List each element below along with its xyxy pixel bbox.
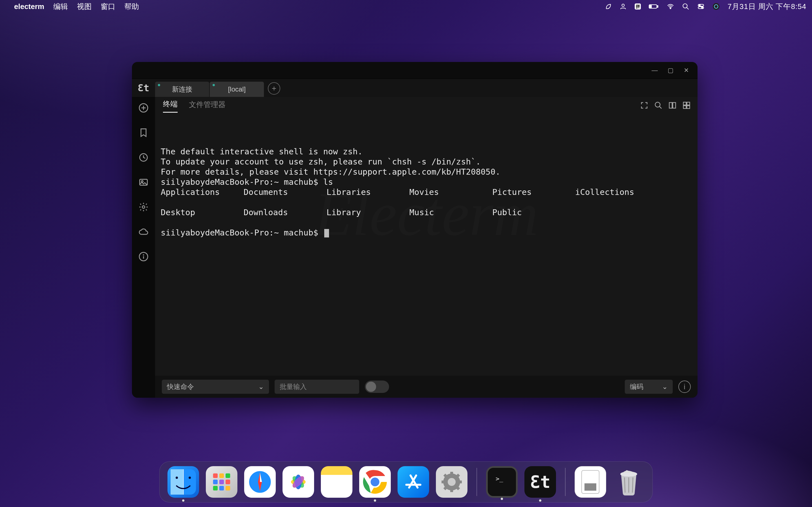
battery-icon[interactable] — [649, 3, 659, 10]
menu-view[interactable]: 视图 — [77, 2, 92, 11]
main-panel: 终端 文件管理器 Electerm The default interactiv… — [155, 97, 698, 398]
dock-separator — [476, 468, 477, 496]
batch-toggle[interactable] — [365, 381, 389, 393]
new-session-icon[interactable] — [138, 102, 149, 114]
svg-line-8 — [687, 7, 689, 9]
settings-icon[interactable] — [138, 201, 149, 213]
cursor-icon — [324, 229, 329, 237]
menu-edit[interactable]: 编辑 — [53, 2, 68, 11]
subtab-file-manager[interactable]: 文件管理器 — [189, 100, 225, 112]
dock-electerm[interactable]: Ɛt — [524, 466, 556, 498]
dock-notes[interactable] — [321, 466, 352, 498]
dock-appstore[interactable] — [398, 466, 429, 498]
tab-new-connection[interactable]: 新连接 — [155, 82, 209, 97]
electerm-window: — ▢ ✕ Ɛt 新连接 [local] + — [132, 62, 698, 398]
svg-line-69 — [444, 487, 447, 489]
svg-rect-36 — [213, 473, 218, 478]
svg-line-77 — [632, 477, 633, 493]
svg-point-34 — [175, 476, 178, 479]
ls-row: DesktopDownloadsLibraryMusicPublic — [161, 207, 692, 217]
svg-rect-32 — [687, 106, 690, 108]
dock-photos[interactable] — [283, 466, 314, 498]
dock-launchpad[interactable] — [206, 466, 238, 498]
running-dot-icon — [182, 499, 185, 502]
maximize-button[interactable]: ▢ — [663, 62, 678, 79]
split-grid-icon[interactable] — [682, 101, 691, 111]
encoding-label: 编码 — [630, 382, 644, 391]
dock-chrome[interactable] — [359, 466, 391, 498]
svg-rect-30 — [687, 102, 690, 105]
svg-point-13 — [713, 3, 719, 10]
menu-window[interactable]: 窗口 — [101, 2, 115, 11]
svg-rect-31 — [683, 106, 686, 108]
app-logo-icon[interactable]: Ɛt — [132, 79, 155, 97]
menubar-clock[interactable]: 7月31日 周六 下午8:54 — [728, 2, 806, 11]
subtab-terminal[interactable]: 终端 — [163, 99, 177, 113]
terminal-prompt: siilyaboydeMacBook-Pro:~ machub$ — [161, 228, 329, 237]
svg-point-24 — [143, 255, 144, 255]
menubar: electerm 编辑 视图 窗口 帮助 拼 7月31日 周六 下午8:54 — [0, 0, 812, 13]
app-name[interactable]: electerm — [14, 2, 44, 11]
running-dot-icon — [374, 499, 376, 502]
menu-help[interactable]: 帮助 — [124, 2, 139, 11]
svg-rect-44 — [225, 486, 230, 490]
sub-tab-bar: 终端 文件管理器 — [155, 97, 698, 115]
svg-rect-39 — [213, 480, 218, 484]
user-icon[interactable] — [619, 3, 627, 10]
dock-system-preferences[interactable] — [436, 466, 467, 498]
image-icon[interactable] — [138, 176, 149, 188]
history-icon[interactable] — [138, 152, 149, 163]
cloud-sync-icon[interactable] — [138, 226, 149, 238]
info-icon[interactable] — [138, 251, 149, 263]
dock-safari[interactable] — [244, 466, 276, 498]
dock: >_ Ɛt — [159, 461, 653, 503]
encoding-select[interactable]: 编码 ⌄ — [625, 380, 673, 394]
chevron-down-icon: ⌄ — [662, 383, 668, 391]
svg-point-0 — [622, 4, 624, 6]
dock-terminal[interactable]: >_ — [486, 466, 518, 498]
tab-status-dot-icon — [213, 84, 215, 86]
input-method-icon[interactable]: 拼 — [634, 3, 642, 10]
svg-line-70 — [457, 474, 459, 477]
tab-local[interactable]: [local] — [210, 82, 264, 97]
svg-rect-28 — [673, 103, 675, 108]
quick-command-select[interactable]: 快速命令 ⌄ — [162, 380, 269, 394]
minimize-button[interactable]: — — [647, 62, 663, 79]
leaf-icon[interactable] — [605, 3, 612, 10]
svg-rect-43 — [219, 486, 224, 490]
svg-line-67 — [444, 474, 447, 477]
svg-rect-42 — [213, 486, 218, 490]
svg-line-68 — [457, 487, 459, 489]
add-tab-button[interactable]: + — [268, 82, 280, 95]
terminal-line: The default interactive shell is now zsh… — [161, 147, 363, 156]
svg-rect-38 — [225, 473, 230, 478]
running-dot-icon — [501, 498, 503, 500]
fullscreen-icon[interactable] — [640, 101, 649, 111]
svg-rect-27 — [669, 103, 672, 108]
dock-document[interactable] — [574, 466, 606, 498]
bottom-bar: 快速命令 ⌄ 编码 ⌄ i — [155, 376, 698, 398]
tab-label: 新连接 — [172, 85, 192, 94]
dock-trash[interactable] — [613, 466, 645, 498]
close-button[interactable]: ✕ — [678, 62, 694, 79]
svg-text:>_: >_ — [496, 475, 503, 482]
control-center-icon[interactable] — [697, 3, 705, 10]
spotlight-icon[interactable] — [682, 3, 689, 10]
sidebar — [132, 97, 155, 398]
svg-rect-40 — [219, 480, 224, 484]
split-vertical-icon[interactable] — [668, 101, 677, 111]
wifi-icon[interactable] — [666, 3, 675, 10]
svg-rect-73 — [585, 483, 596, 491]
terminal-prompt: siilyaboydeMacBook-Pro:~ machub$ ls — [161, 177, 333, 187]
search-icon[interactable] — [654, 101, 663, 111]
siri-icon[interactable] — [712, 3, 720, 10]
svg-point-6 — [670, 8, 671, 9]
dock-finder[interactable] — [167, 466, 199, 498]
svg-rect-4 — [657, 6, 658, 7]
session-info-button[interactable]: i — [678, 381, 691, 393]
quick-command-label: 快速命令 — [167, 382, 194, 391]
terminal-line: For more details, please visit https://s… — [161, 167, 500, 177]
batch-input[interactable] — [274, 380, 359, 394]
terminal-output[interactable]: Electerm The default interactive shell i… — [155, 115, 698, 376]
bookmarks-icon[interactable] — [138, 127, 149, 138]
